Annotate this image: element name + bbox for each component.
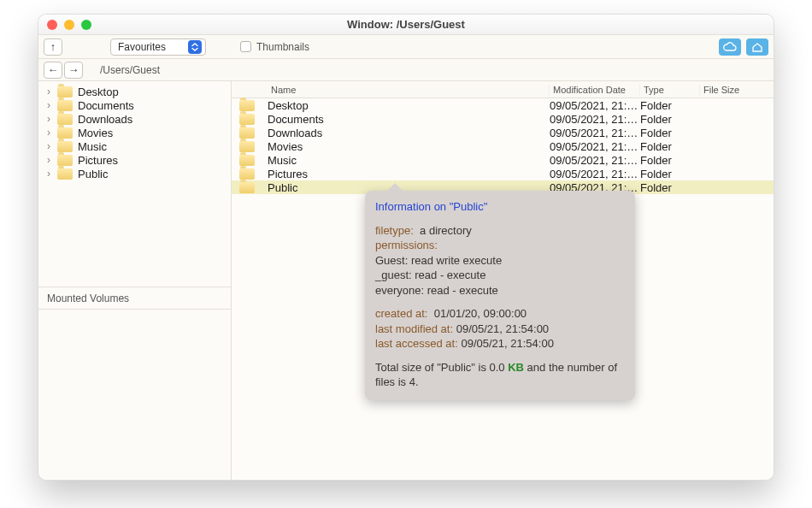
folder-icon xyxy=(239,100,255,111)
mounted-volumes-area xyxy=(38,309,231,480)
up-arrow-icon: ↑ xyxy=(50,40,56,53)
column-modification[interactable]: Modification Date xyxy=(550,85,640,95)
tooltip-created-label: created at: xyxy=(375,307,427,320)
sidebar-item[interactable]: ›Downloads xyxy=(38,112,231,126)
file-rows: Desktop09/05/2021, 21:…FolderDocuments09… xyxy=(232,98,774,194)
thumbnails-label: Thumbnails xyxy=(256,41,309,53)
tooltip-modified-label: last modified at: xyxy=(375,322,453,335)
cloud-button[interactable] xyxy=(719,38,741,56)
row-date: 09/05/2021, 21:… xyxy=(550,99,640,112)
disclosure-triangle-icon[interactable]: › xyxy=(47,140,57,152)
row-type: Folder xyxy=(640,127,700,139)
row-name: Documents xyxy=(268,113,550,126)
sidebar-item-label: Desktop xyxy=(78,86,119,98)
tooltip-perm-guest: Guest: read write execute xyxy=(375,253,625,269)
tooltip-permissions-label: permissions: xyxy=(375,238,625,253)
disclosure-triangle-icon[interactable]: › xyxy=(47,168,57,180)
forward-button[interactable]: → xyxy=(64,62,83,79)
tooltip-created-value: 01/01/20, 09:00:00 xyxy=(434,307,527,320)
back-button[interactable]: ← xyxy=(44,62,62,79)
folder-icon xyxy=(239,168,255,180)
folder-icon xyxy=(239,114,255,125)
close-icon[interactable] xyxy=(47,20,57,30)
back-arrow-icon: ← xyxy=(48,63,59,76)
window-controls xyxy=(47,20,91,30)
thumbnails-checkbox[interactable]: Thumbnails xyxy=(240,41,309,53)
file-list: Name Modification Date Type File Size De… xyxy=(232,81,774,480)
sidebar-tree: ›Desktop›Documents›Downloads›Movies›Musi… xyxy=(38,81,231,184)
tooltip-filetype-label: filetype: xyxy=(375,224,414,237)
row-date: 09/05/2021, 21:… xyxy=(550,113,640,126)
folder-icon xyxy=(57,168,73,180)
folder-icon xyxy=(57,141,73,152)
folder-icon xyxy=(239,127,255,139)
row-name: Pictures xyxy=(268,168,550,180)
disclosure-triangle-icon[interactable]: › xyxy=(47,113,57,125)
sidebar-item[interactable]: ›Documents xyxy=(38,98,231,112)
sidebar-item-label: Music xyxy=(78,140,107,153)
disclosure-triangle-icon[interactable]: › xyxy=(47,99,57,111)
zoom-icon[interactable] xyxy=(81,20,91,30)
column-name[interactable]: Name xyxy=(268,85,550,95)
folder-icon xyxy=(57,86,73,97)
table-row[interactable]: Desktop09/05/2021, 21:…Folder xyxy=(232,98,774,112)
minimize-icon[interactable] xyxy=(64,20,74,30)
app-window: Window: /Users/Guest ↑ Favourites Thumbn… xyxy=(38,14,774,481)
row-name: Music xyxy=(268,154,550,167)
row-name: Downloads xyxy=(268,127,550,139)
pathbar: ← → /Users/Guest xyxy=(38,59,774,81)
tooltip-filetype-text: a directory xyxy=(420,224,472,237)
table-row[interactable]: Music09/05/2021, 21:…Folder xyxy=(232,153,774,167)
disclosure-triangle-icon[interactable]: › xyxy=(47,86,57,97)
disclosure-triangle-icon[interactable]: › xyxy=(47,127,57,139)
sidebar-item-label: Movies xyxy=(78,127,113,139)
tooltip-accessed-label: last accessed at: xyxy=(375,337,458,350)
tooltip-size-prefix: Total size of "Public" is 0.0 xyxy=(375,361,508,374)
folder-icon xyxy=(239,182,255,193)
info-tooltip: Information on "Public" filetype: a dire… xyxy=(365,191,635,400)
row-date: 09/05/2021, 21:… xyxy=(550,140,640,153)
up-button[interactable]: ↑ xyxy=(44,38,62,56)
favourites-dropdown[interactable]: Favourites xyxy=(110,38,206,56)
tooltip-modified-value: 09/05/21, 21:54:00 xyxy=(456,322,549,335)
table-row[interactable]: Movies09/05/2021, 21:…Folder xyxy=(232,139,774,153)
tooltip-title: Information on "Public" xyxy=(375,199,625,215)
forward-arrow-icon: → xyxy=(68,63,79,76)
tooltip-accessed-value: 09/05/21, 21:54:00 xyxy=(461,337,553,350)
row-date: 09/05/2021, 21:… xyxy=(550,154,640,167)
folder-icon xyxy=(57,127,73,139)
table-row[interactable]: Pictures09/05/2021, 21:…Folder xyxy=(232,167,774,180)
row-name: Movies xyxy=(268,140,550,153)
folder-icon xyxy=(57,155,73,166)
sidebar-item-label: Documents xyxy=(78,99,134,112)
row-type: Folder xyxy=(640,113,700,126)
row-date: 09/05/2021, 21:… xyxy=(550,127,640,139)
row-type: Folder xyxy=(640,99,700,112)
sidebar: ›Desktop›Documents›Downloads›Movies›Musi… xyxy=(38,81,232,480)
folder-icon xyxy=(57,114,73,125)
table-row[interactable]: Downloads09/05/2021, 21:…Folder xyxy=(232,126,774,139)
tooltip-size-line: Total size of "Public" is 0.0 KB and the… xyxy=(375,360,625,390)
sidebar-item-label: Downloads xyxy=(78,113,132,126)
sidebar-item[interactable]: ›Pictures xyxy=(38,153,231,167)
column-type[interactable]: Type xyxy=(640,85,700,95)
home-button[interactable] xyxy=(746,38,768,56)
tooltip-size-unit: KB xyxy=(508,361,524,374)
sidebar-item[interactable]: ›Music xyxy=(38,139,231,153)
toolbar: ↑ Favourites Thumbnails xyxy=(38,35,774,59)
sidebar-item[interactable]: ›Movies xyxy=(38,126,231,139)
sidebar-item-label: Pictures xyxy=(78,154,118,167)
row-type: Folder xyxy=(640,181,700,194)
table-row[interactable]: Documents09/05/2021, 21:…Folder xyxy=(232,112,774,126)
disclosure-triangle-icon[interactable]: › xyxy=(47,154,57,166)
home-icon xyxy=(751,42,763,52)
column-filesize[interactable]: File Size xyxy=(700,85,774,95)
sidebar-item[interactable]: ›Public xyxy=(38,167,231,180)
cloud-icon xyxy=(723,42,737,52)
row-name: Desktop xyxy=(268,99,550,112)
column-headers: Name Modification Date Type File Size xyxy=(232,81,774,98)
tooltip-perm-every: everyone: read - execute xyxy=(375,283,625,298)
window-title: Window: /Users/Guest xyxy=(38,18,774,31)
body: ›Desktop›Documents›Downloads›Movies›Musi… xyxy=(38,81,774,480)
sidebar-item[interactable]: ›Desktop xyxy=(38,85,231,98)
